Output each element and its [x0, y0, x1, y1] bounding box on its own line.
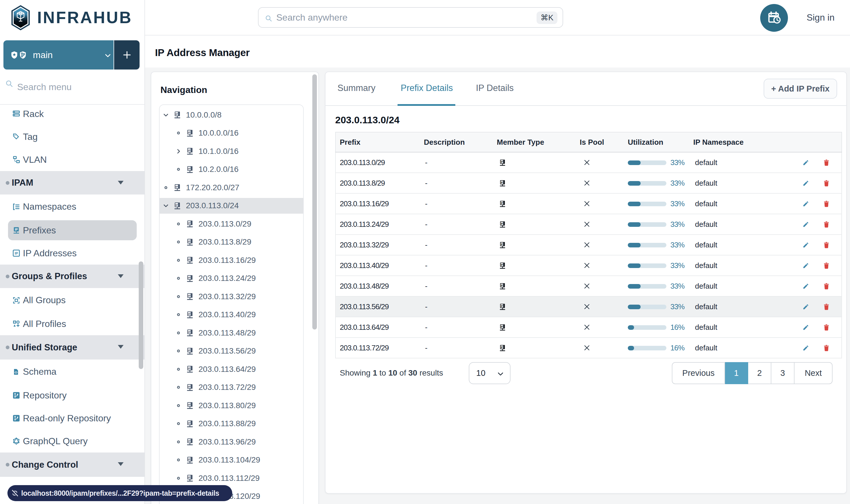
svg-text:IP: IP	[188, 348, 191, 352]
svg-text:IP: IP	[501, 201, 503, 204]
svg-text:IP: IP	[188, 439, 191, 443]
svg-text:IP: IP	[188, 239, 191, 242]
svg-text:IP: IP	[188, 167, 191, 170]
svg-text:IP: IP	[501, 345, 503, 348]
svg-text:IP: IP	[188, 149, 191, 152]
svg-text:IP: IP	[501, 325, 503, 328]
svg-text:IP: IP	[188, 330, 191, 334]
svg-text:IP: IP	[188, 276, 191, 279]
svg-text:IP: IP	[175, 112, 178, 115]
svg-text:IP: IP	[188, 294, 191, 297]
svg-text:IP: IP	[188, 476, 191, 479]
svg-text:IP: IP	[15, 251, 18, 255]
svg-text:IP: IP	[15, 228, 18, 231]
svg-text:IP: IP	[188, 312, 191, 315]
svg-text:IP: IP	[188, 221, 191, 224]
svg-text:IP: IP	[188, 421, 191, 424]
svg-text:IP: IP	[188, 457, 191, 461]
svg-text:IP: IP	[501, 304, 503, 307]
svg-text:IP: IP	[188, 130, 191, 133]
svg-text:IP: IP	[188, 367, 191, 370]
svg-text:IP: IP	[175, 185, 178, 188]
svg-text:IP: IP	[501, 181, 503, 184]
svg-text:IP: IP	[501, 284, 503, 287]
svg-text:IP: IP	[188, 385, 191, 388]
svg-text:IP: IP	[501, 242, 503, 246]
svg-text:IP: IP	[188, 403, 191, 406]
svg-text:IP: IP	[175, 203, 178, 206]
svg-text:IP: IP	[501, 263, 503, 266]
svg-text:IP: IP	[501, 160, 503, 163]
svg-text:IP: IP	[188, 258, 191, 261]
svg-text:IP: IP	[501, 222, 503, 225]
